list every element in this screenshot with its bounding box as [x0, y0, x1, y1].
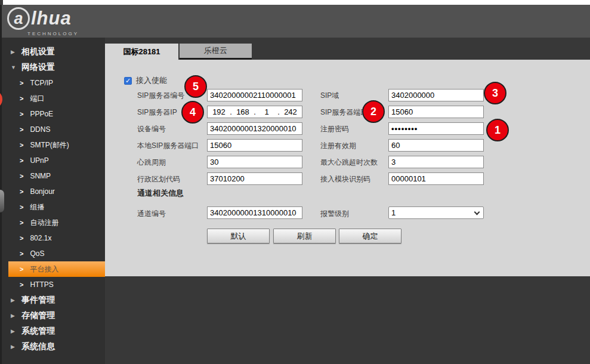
channel-id-field[interactable]	[207, 206, 302, 219]
chevron-right-icon: >	[20, 95, 23, 102]
register-password-label: 注册密码	[320, 124, 349, 134]
chevron-right-icon: >	[20, 141, 23, 149]
triangle-right-icon: ▶	[11, 328, 18, 334]
sip-server-id-label: SIP服务器编号	[137, 91, 184, 101]
sidebar-item-label: 端口	[30, 94, 44, 104]
sidebar-group-storage[interactable]: ▶ 存储管理	[0, 308, 105, 323]
triangle-down-icon: ▼	[11, 64, 18, 70]
channel-info-section-header: 通道相关信息	[137, 188, 184, 199]
access-module-id-field[interactable]	[388, 172, 484, 185]
sip-domain-field[interactable]	[388, 89, 484, 101]
sidebar-group-label: 事件管理	[21, 295, 55, 306]
sidebar: ▶ 相机设置 ▼ 网络设置 > TCP/IP > 端口 > PPPoE > DD…	[0, 38, 105, 364]
ip-octet-4: 242	[280, 107, 301, 116]
sidebar-item-ddns[interactable]: > DDNS	[0, 122, 105, 137]
chevron-right-icon: >	[20, 157, 23, 164]
chevron-right-icon: >	[20, 126, 23, 133]
sidebar-item-snmp[interactable]: > SNMP	[0, 168, 105, 184]
check-icon: ✓	[125, 77, 131, 84]
admin-region-code-field[interactable]	[207, 172, 302, 185]
logo-wordmark: lhua	[31, 8, 72, 29]
sip-server-ip-field[interactable]: 192 . 168 . 1 . 242	[207, 106, 302, 118]
default-button[interactable]: 默认	[207, 229, 270, 243]
chevron-right-icon: >	[20, 266, 23, 273]
header-bar: a lhua TECHNOLOGY	[0, 5, 590, 38]
sip-server-port-field[interactable]	[388, 106, 484, 118]
chevron-right-icon: >	[20, 110, 23, 118]
settings-panel: ✓ 接入使能 SIP服务器编号 SIP服务器IP 192 . 168 . 1 .…	[105, 60, 590, 276]
refresh-button[interactable]: 刷新	[273, 229, 336, 243]
top-corner-block	[0, 0, 3, 5]
chevron-right-icon: >	[20, 203, 23, 211]
sidebar-item-label: QoS	[30, 249, 44, 258]
device-id-field[interactable]	[207, 122, 302, 135]
sidebar-item-platform-access[interactable]: > 平台接入	[8, 261, 105, 277]
annotation-circle-5: 5	[184, 75, 207, 98]
register-validity-label: 注册有效期	[320, 141, 356, 151]
ip-octet-1: 192	[209, 107, 229, 116]
sidebar-group-camera[interactable]: ▶ 相机设置	[0, 44, 105, 60]
sidebar-item-label: 组播	[30, 202, 44, 212]
chevron-right-icon: >	[20, 281, 23, 288]
sidebar-item-label: Bonjour	[30, 187, 54, 196]
logo-technology-text: TECHNOLOGY	[27, 31, 79, 36]
sidebar-item-auto-register[interactable]: > 自动注册	[0, 215, 105, 230]
sidebar-item-8021x[interactable]: > 802.1x	[0, 230, 105, 246]
register-validity-field[interactable]	[388, 139, 484, 152]
alarm-level-label: 报警级别	[320, 209, 349, 219]
sidebar-item-label: 自动注册	[30, 218, 58, 228]
sidebar-item-smtp[interactable]: > SMTP(邮件)	[0, 137, 105, 153]
chevron-right-icon: >	[20, 188, 23, 195]
heartbeat-period-field[interactable]	[207, 156, 302, 168]
sidebar-item-multicast[interactable]: > 组播	[0, 199, 105, 215]
triangle-right-icon: ▶	[11, 344, 18, 350]
content-area: 国标28181 乐橙云 ✓ 接入使能 SIP服务器编号 SIP服务器IP 192…	[105, 38, 590, 364]
sidebar-group-sysinfo[interactable]: ▶ 系统信息	[0, 339, 105, 354]
sidebar-item-label: SNMP	[30, 172, 51, 180]
access-module-id-label: 接入模块识别码	[320, 174, 370, 184]
sidebar-item-https[interactable]: > HTTPS	[0, 277, 105, 292]
sip-server-ip-label: SIP服务器IP	[137, 107, 177, 118]
sidebar-item-pppoe[interactable]: > PPPoE	[0, 106, 105, 122]
sidebar-item-label: HTTPS	[30, 280, 53, 289]
sidebar-group-system[interactable]: ▶ 系统管理	[0, 323, 105, 339]
local-sip-port-field[interactable]	[207, 139, 302, 152]
sidebar-item-port[interactable]: > 端口	[0, 91, 105, 106]
annotation-circle-3: 3	[484, 82, 506, 104]
sidebar-group-label: 系统管理	[21, 326, 55, 337]
register-password-field[interactable]	[388, 122, 484, 135]
tab-lechange-cloud[interactable]: 乐橙云	[180, 44, 252, 60]
sidebar-item-bonjour[interactable]: > Bonjour	[0, 184, 105, 199]
chevron-right-icon: >	[20, 79, 23, 87]
triangle-right-icon: ▶	[11, 297, 18, 303]
sidebar-item-label: DDNS	[30, 125, 50, 134]
sip-server-id-field[interactable]	[207, 89, 302, 101]
access-enable-checkbox[interactable]: ✓	[124, 77, 132, 85]
triangle-right-icon: ▶	[11, 49, 18, 55]
sidebar-collapse-handle[interactable]	[0, 190, 4, 212]
sidebar-item-label: PPPoE	[30, 110, 53, 118]
dahua-logo: a lhua TECHNOLOGY	[7, 7, 79, 36]
annotation-circle-4: 4	[181, 101, 204, 124]
max-heartbeat-timeout-label: 最大心跳超时次数	[320, 158, 378, 168]
alarm-level-select[interactable]: 1	[388, 206, 484, 219]
sidebar-item-upnp[interactable]: > UPnP	[0, 153, 105, 168]
sidebar-group-event[interactable]: ▶ 事件管理	[0, 292, 105, 308]
sidebar-item-tcpip[interactable]: > TCP/IP	[0, 75, 105, 91]
chevron-right-icon: >	[20, 172, 23, 180]
annotation-circle-1: 1	[486, 119, 509, 141]
sidebar-item-label: TCP/IP	[30, 79, 53, 87]
confirm-button[interactable]: 确定	[339, 229, 401, 243]
admin-region-code-label: 行政区划代码	[137, 174, 180, 184]
sidebar-item-label: UPnP	[30, 156, 48, 165]
ip-octet-2: 168	[233, 107, 253, 116]
sidebar-item-qos[interactable]: > QoS	[0, 246, 105, 261]
tab-gb28181[interactable]: 国标28181	[105, 44, 178, 60]
triangle-right-icon: ▶	[11, 313, 18, 319]
max-heartbeat-timeout-field[interactable]	[388, 156, 484, 168]
sidebar-group-network[interactable]: ▼ 网络设置	[0, 60, 105, 75]
alarm-level-select-wrap: 1	[388, 206, 484, 219]
ip-octet-3: 1	[257, 107, 277, 116]
local-sip-port-label: 本地SIP服务器端口	[137, 141, 199, 151]
device-id-label: 设备编号	[137, 124, 166, 134]
